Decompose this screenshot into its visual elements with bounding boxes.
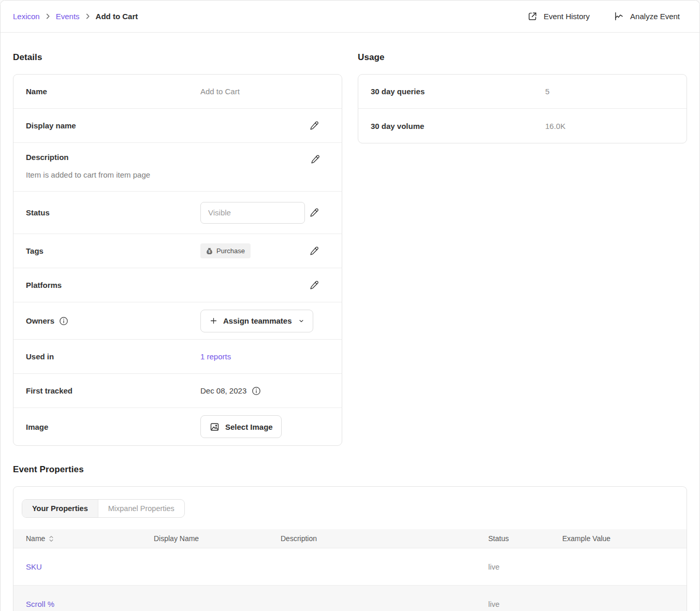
status-label: Status — [26, 208, 200, 217]
edit-description-button[interactable] — [309, 153, 322, 166]
used-in-reports-link[interactable]: 1 reports — [200, 352, 231, 361]
description-label: Description — [26, 153, 200, 162]
volume-label: 30 day volume — [371, 122, 545, 130]
analyze-event-button[interactable]: Analyze Event — [614, 11, 680, 22]
name-column-label: Name — [26, 534, 45, 543]
pencil-icon — [309, 120, 320, 131]
detail-row-image: Image Select Image — [13, 408, 342, 445]
chevron-right-icon — [46, 13, 50, 19]
external-link-icon — [527, 11, 538, 22]
owners-label: Owners — [26, 316, 54, 325]
edit-platforms-button[interactable] — [308, 279, 321, 292]
properties-table: Name Display Name Description Status Exa… — [13, 529, 687, 611]
select-image-button[interactable]: Select Image — [200, 415, 282, 438]
display-name-label: Display name — [26, 121, 200, 130]
edit-status-button[interactable] — [308, 206, 321, 219]
top-bar: Lexicon Events Add to Cart Event History — [1, 1, 699, 33]
pencil-icon — [309, 207, 320, 218]
pencil-icon — [310, 154, 321, 165]
properties-tabs: Your Properties Mixpanel Properties — [22, 499, 185, 518]
event-history-button[interactable]: Event History — [527, 11, 590, 22]
column-header-name[interactable]: Name — [13, 534, 154, 543]
edit-tags-button[interactable] — [308, 244, 321, 257]
line-chart-icon — [614, 11, 624, 22]
select-image-label: Select Image — [225, 423, 273, 431]
assign-teammates-button[interactable]: Assign teammates — [200, 310, 313, 332]
detail-row-name: Name Add to Cart — [13, 75, 342, 109]
event-properties-title: Event Properties — [13, 464, 687, 475]
details-title: Details — [13, 52, 342, 63]
edit-display-name-button[interactable] — [308, 119, 321, 132]
usage-row-volume: 30 day volume 16.0K — [358, 109, 687, 143]
column-header-status: Status — [488, 534, 562, 543]
column-header-display-name: Display Name — [154, 534, 281, 543]
money-bag-icon: $ — [206, 248, 213, 255]
header-actions: Event History Analyze Event — [527, 11, 680, 22]
first-tracked-value: Dec 08, 2023 — [200, 386, 246, 395]
breadcrumb-lexicon[interactable]: Lexicon — [13, 12, 40, 21]
queries-value: 5 — [545, 87, 549, 96]
breadcrumb-events[interactable]: Events — [56, 12, 80, 21]
event-properties-section: Event Properties Your Properties Mixpane… — [13, 464, 687, 611]
sku-status: live — [488, 563, 562, 571]
detail-row-platforms: Platforms — [13, 268, 342, 302]
lexicon-event-detail-page: Lexicon Events Add to Cart Event History — [0, 0, 700, 611]
pencil-icon — [309, 245, 320, 256]
chevron-down-icon — [298, 318, 304, 324]
sort-icon — [49, 535, 54, 542]
analyze-event-label: Analyze Event — [630, 12, 680, 21]
detail-row-owners: Owners Assign teammates — [13, 302, 342, 340]
usage-title: Usage — [358, 52, 687, 63]
detail-row-tags: Tags $ Purchase — [13, 234, 342, 268]
details-card: Name Add to Cart Display name — [13, 74, 342, 446]
property-link-scroll[interactable]: Scroll % — [26, 600, 54, 608]
breadcrumb-current-event: Add to Cart — [96, 12, 138, 21]
tag-label: Purchase — [216, 247, 245, 255]
volume-value: 16.0K — [545, 122, 565, 130]
tab-mixpanel-properties[interactable]: Mixpanel Properties — [98, 500, 184, 517]
usage-card: 30 day queries 5 30 day volume 16.0K — [358, 74, 687, 143]
description-value: Item is added to cart from item page — [26, 170, 329, 179]
event-history-label: Event History — [544, 12, 590, 21]
property-row-sku[interactable]: SKU live — [13, 548, 687, 586]
detail-row-used-in: Used in 1 reports — [13, 340, 342, 374]
usage-row-queries: 30 day queries 5 — [358, 75, 687, 109]
scroll-status: live — [488, 600, 562, 608]
info-icon[interactable] — [252, 386, 261, 396]
tag-purchase[interactable]: $ Purchase — [200, 243, 251, 258]
image-icon — [209, 421, 220, 432]
tab-your-properties[interactable]: Your Properties — [22, 500, 98, 517]
detail-row-first-tracked: First tracked Dec 08, 2023 — [13, 374, 342, 408]
status-input[interactable] — [200, 202, 305, 224]
image-label: Image — [26, 423, 200, 431]
details-section: Details Name Add to Cart Display name — [13, 52, 342, 446]
column-header-example-value: Example Value — [562, 534, 687, 543]
usage-section: Usage 30 day queries 5 30 day volume 16.… — [358, 52, 687, 143]
used-in-label: Used in — [26, 352, 200, 361]
platforms-label: Platforms — [26, 281, 200, 289]
name-label: Name — [26, 87, 200, 96]
queries-label: 30 day queries — [371, 87, 545, 96]
detail-row-description: Description Item is added to cart from i… — [13, 143, 342, 192]
pencil-icon — [309, 280, 320, 290]
event-properties-card: Your Properties Mixpanel Properties Name… — [13, 486, 687, 611]
info-icon[interactable] — [59, 316, 68, 326]
property-row-scroll[interactable]: Scroll % live — [13, 586, 687, 611]
detail-row-status: Status — [13, 192, 342, 234]
plus-icon — [209, 316, 218, 325]
chevron-right-icon — [85, 13, 90, 19]
name-value: Add to Cart — [200, 87, 240, 96]
first-tracked-label: First tracked — [26, 386, 200, 395]
column-header-description: Description — [281, 534, 488, 543]
properties-table-header: Name Display Name Description Status Exa… — [13, 529, 687, 548]
main-content: Details Name Add to Cart Display name — [1, 33, 699, 611]
breadcrumb: Lexicon Events Add to Cart — [13, 12, 138, 21]
tags-label: Tags — [26, 246, 200, 255]
svg-text:$: $ — [209, 250, 211, 254]
assign-teammates-label: Assign teammates — [223, 316, 292, 325]
property-link-sku[interactable]: SKU — [26, 562, 42, 571]
detail-row-display-name: Display name — [13, 109, 342, 143]
